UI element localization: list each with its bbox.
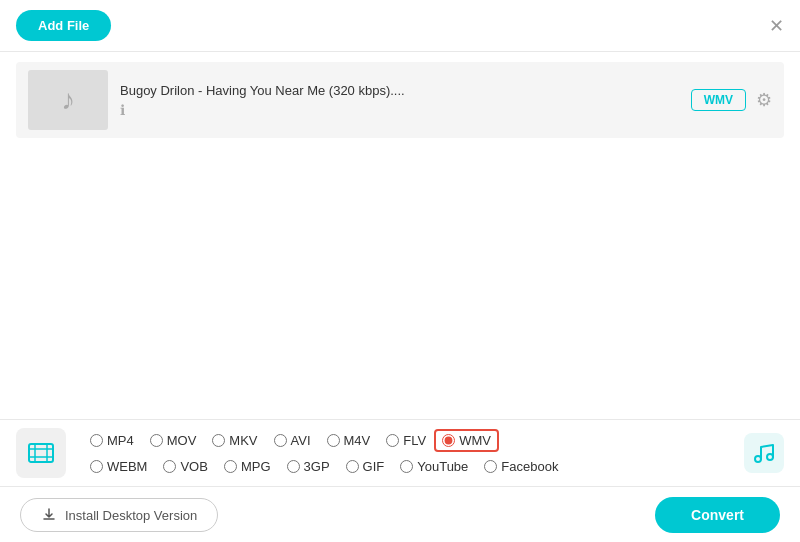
- format-option-gif[interactable]: GIF: [338, 456, 393, 477]
- install-desktop-button[interactable]: Install Desktop Version: [20, 498, 218, 532]
- format-option-flv[interactable]: FLV: [378, 430, 434, 451]
- format-option-mp4[interactable]: MP4: [82, 430, 142, 451]
- format-option-mkv[interactable]: MKV: [204, 430, 265, 451]
- format-badge[interactable]: WMV: [691, 89, 746, 111]
- format-option-3gp[interactable]: 3GP: [279, 456, 338, 477]
- format-option-avi[interactable]: AVI: [266, 430, 319, 451]
- format-bar: MP4 MOV MKV AVI M4V FLV: [0, 419, 800, 487]
- info-icon[interactable]: ℹ: [120, 102, 125, 118]
- format-option-vob[interactable]: VOB: [155, 456, 215, 477]
- format-row-2: WEBM VOB MPG 3GP GIF YouTube: [82, 456, 736, 477]
- file-list: ♪ Bugoy Drilon - Having You Near Me (320…: [0, 52, 800, 148]
- format-option-mpg[interactable]: MPG: [216, 456, 279, 477]
- settings-icon[interactable]: ⚙: [756, 89, 772, 111]
- svg-rect-0: [29, 444, 53, 462]
- file-actions: WMV ⚙: [691, 89, 772, 111]
- svg-point-6: [767, 454, 773, 460]
- file-item: ♪ Bugoy Drilon - Having You Near Me (320…: [16, 62, 784, 138]
- file-thumbnail: ♪: [28, 70, 108, 130]
- format-row-1: MP4 MOV MKV AVI M4V FLV: [82, 429, 736, 452]
- download-icon: [41, 507, 57, 523]
- film-icon: [16, 428, 66, 478]
- format-option-webm[interactable]: WEBM: [82, 456, 155, 477]
- format-option-m4v[interactable]: M4V: [319, 430, 379, 451]
- format-option-facebook[interactable]: Facebook: [476, 456, 566, 477]
- file-name: Bugoy Drilon - Having You Near Me (320 k…: [120, 83, 679, 98]
- music-note-icon: ♪: [61, 84, 75, 116]
- svg-point-5: [755, 456, 761, 462]
- music-icon: [744, 433, 784, 473]
- format-option-mov[interactable]: MOV: [142, 430, 205, 451]
- format-options-container: MP4 MOV MKV AVI M4V FLV: [82, 429, 736, 477]
- format-option-youtube[interactable]: YouTube: [392, 456, 476, 477]
- close-button[interactable]: ✕: [769, 17, 784, 35]
- convert-button[interactable]: Convert: [655, 497, 780, 533]
- file-info: Bugoy Drilon - Having You Near Me (320 k…: [120, 83, 679, 118]
- format-option-wmv[interactable]: WMV: [434, 429, 499, 452]
- top-bar: Add File ✕: [0, 0, 800, 52]
- add-file-button[interactable]: Add File: [16, 10, 111, 41]
- action-bar: Install Desktop Version Convert: [0, 488, 800, 542]
